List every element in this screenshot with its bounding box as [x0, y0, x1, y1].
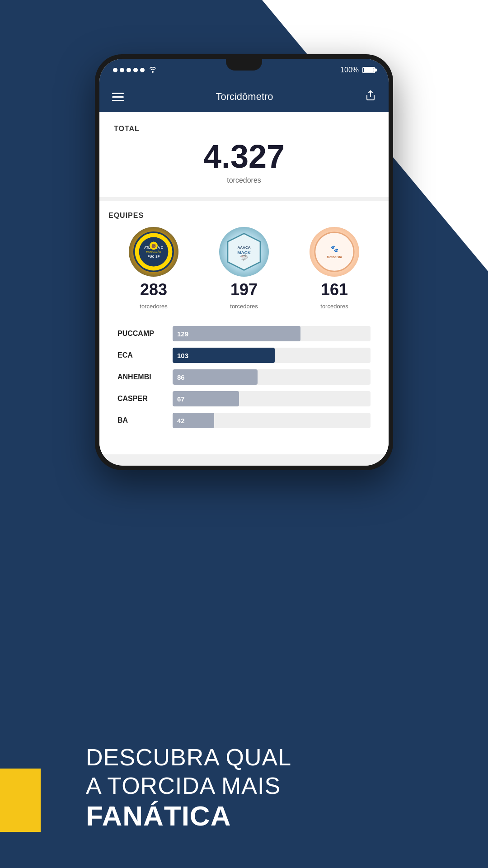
chart-bar-ba: 42 [173, 413, 214, 428]
team-count-1: 283 [140, 280, 167, 299]
team-item-2: AAACA MACK 🦈 197 torcedores [219, 227, 269, 310]
phone-screen: 100% Torcidômetro [99, 59, 389, 466]
chart-row-ba: BA 42 [117, 413, 371, 428]
signal-dots [113, 68, 145, 72]
bottom-section: DESCUBRA QUAL A TORCIDA MAIS FANÁTICA [0, 716, 488, 868]
svg-text:AAACA: AAACA [237, 245, 250, 250]
status-right: 100% [340, 66, 375, 74]
teams-row: ATLÉTICA C MUNICAÇÃO PUC-SP 🐻 283 torced… [108, 227, 380, 310]
chart-bar-container-puccamp: 129 [173, 326, 371, 341]
chart-value-ba: 42 [177, 417, 185, 425]
bottom-text: DESCUBRA QUAL A TORCIDA MAIS FANÁTICA [36, 743, 452, 832]
chart-row-casper: CASPER 67 [117, 391, 371, 406]
svg-text:MUNICAÇÃO: MUNICAÇÃO [146, 250, 161, 253]
bottom-line-1: DESCUBRA QUAL [86, 743, 452, 771]
wifi-icon [148, 66, 157, 75]
battery-percent: 100% [340, 66, 359, 74]
dot-3 [127, 68, 131, 72]
equipes-label: EQUIPES [108, 212, 380, 220]
phone-mockup: 100% Torcidômetro [95, 54, 393, 470]
status-left [113, 66, 157, 75]
hamburger-line-1 [112, 93, 124, 94]
equipes-section: EQUIPES ATLÉTICA C MUNICAÇÃO PUC-SP [99, 201, 389, 454]
chart-label-eca: ECA [117, 351, 167, 359]
svg-text:Metodista: Metodista [327, 255, 343, 259]
app-title: Torcidômetro [216, 91, 273, 103]
yellow-accent [0, 769, 41, 832]
chart-bar-container-casper: 67 [173, 391, 371, 406]
dot-1 [113, 68, 117, 72]
chart-label-anhembi: ANHEMBI [117, 373, 167, 381]
notch [226, 59, 262, 71]
team-logo-2: AAACA MACK 🦈 [219, 227, 269, 277]
dot-5 [140, 68, 145, 72]
dot-2 [120, 68, 124, 72]
chart-row-puccamp: PUCCAMP 129 [117, 326, 371, 341]
chart-bar-container-anhembi: 86 [173, 369, 371, 385]
chart-bar-container-eca: 103 [173, 348, 371, 363]
chart-section: PUCCAMP 129 ECA 103 [108, 317, 380, 443]
total-label: TOTAL [114, 125, 374, 133]
total-number: 4.327 [114, 140, 374, 173]
chart-value-casper: 67 [177, 395, 185, 403]
team-count-2: 197 [230, 280, 258, 299]
team-label-3: torcedores [320, 303, 348, 310]
chart-bar-container-ba: 42 [173, 413, 371, 428]
team-item-3: 🐾 Metodista 161 torcedores [310, 227, 359, 310]
svg-text:PUC-SP: PUC-SP [147, 255, 160, 259]
bottom-line-2: A TORCIDA MAIS [86, 772, 452, 800]
hamburger-line-2 [112, 96, 124, 98]
svg-text:🐻: 🐻 [151, 244, 156, 249]
team-logo-1: ATLÉTICA C MUNICAÇÃO PUC-SP 🐻 [129, 227, 178, 277]
svg-text:🦈: 🦈 [240, 254, 248, 262]
total-sublabel: torcedores [114, 176, 374, 184]
chart-bar-eca: 103 [173, 348, 275, 363]
chart-row-anhembi: ANHEMBI 86 [117, 369, 371, 385]
team-item-1: ATLÉTICA C MUNICAÇÃO PUC-SP 🐻 283 torced… [129, 227, 178, 310]
content-area: TOTAL 4.327 torcedores EQUIPES [99, 112, 389, 466]
chart-bar-puccamp: 129 [173, 326, 300, 341]
chart-label-ba: BA [117, 416, 167, 425]
nav-bar: Torcidômetro [99, 81, 389, 112]
chart-bar-anhembi: 86 [173, 369, 258, 385]
phone-frame: 100% Torcidômetro [95, 54, 393, 470]
dot-4 [133, 68, 138, 72]
bottom-line-3: FANÁTICA [86, 800, 452, 832]
chart-label-puccamp: PUCCAMP [117, 330, 167, 338]
team-label-1: torcedores [140, 303, 167, 310]
battery-icon [362, 67, 375, 73]
hamburger-menu[interactable] [112, 93, 124, 101]
team-label-2: torcedores [230, 303, 258, 310]
share-button[interactable] [365, 90, 376, 104]
svg-text:🐾: 🐾 [330, 245, 338, 253]
chart-row-eca: ECA 103 [117, 348, 371, 363]
chart-value-eca: 103 [177, 352, 188, 359]
team-count-3: 161 [321, 280, 348, 299]
team-logo-3: 🐾 Metodista [310, 227, 359, 277]
chart-label-casper: CASPER [117, 395, 167, 403]
chart-bar-casper: 67 [173, 391, 239, 406]
status-bar: 100% [99, 59, 389, 81]
chart-value-anhembi: 86 [177, 373, 185, 381]
total-section: TOTAL 4.327 torcedores [99, 112, 389, 197]
chart-value-puccamp: 129 [177, 330, 188, 338]
hamburger-line-3 [112, 100, 124, 101]
